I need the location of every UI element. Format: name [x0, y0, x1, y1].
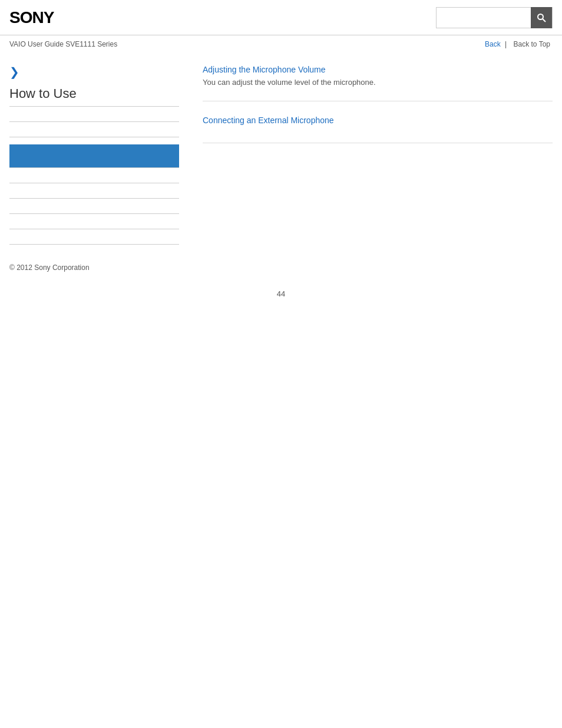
sub-header: VAIO User Guide SVE1111 Series Back | Ba… [0, 35, 562, 53]
content-area: Adjusting the Microphone Volume You can … [191, 53, 553, 252]
sidebar-title: How to Use [9, 86, 179, 107]
connecting-microphone-link[interactable]: Connecting an External Microphone [203, 116, 553, 125]
sidebar-item-4[interactable] [9, 190, 179, 199]
sidebar-item-7[interactable] [9, 236, 179, 245]
page-footer: © 2012 Sony Corporation [0, 252, 562, 278]
svg-line-1 [543, 19, 546, 22]
sidebar-highlight-item[interactable] [9, 144, 179, 168]
sidebar-item-2[interactable] [9, 129, 179, 137]
page-header: SONY [0, 0, 562, 35]
search-input[interactable] [437, 8, 531, 28]
adjusting-volume-link[interactable]: Adjusting the Microphone Volume [203, 65, 553, 74]
sidebar-item-3[interactable] [9, 175, 179, 183]
sony-logo: SONY [9, 8, 54, 27]
sidebar: ❯ How to Use [9, 53, 191, 252]
search-box[interactable] [436, 7, 553, 28]
adjusting-volume-description: You can adjust the volume level of the m… [203, 78, 553, 87]
sidebar-item-1[interactable] [9, 114, 179, 122]
section-connecting-microphone: Connecting an External Microphone [203, 116, 553, 143]
main-layout: ❯ How to Use Adjusting the Microphone Vo… [0, 53, 562, 252]
sidebar-arrow: ❯ [9, 65, 179, 79]
nav-links: Back | Back to Top [485, 40, 553, 48]
copyright-text: © 2012 Sony Corporation [9, 263, 90, 272]
search-icon [537, 13, 546, 22]
svg-point-0 [538, 14, 543, 19]
section-adjusting-volume: Adjusting the Microphone Volume You can … [203, 65, 553, 101]
sidebar-item-6[interactable] [9, 221, 179, 229]
separator: | [505, 40, 507, 48]
guide-title: VAIO User Guide SVE1111 Series [9, 40, 117, 48]
sidebar-item-5[interactable] [9, 206, 179, 214]
page-number: 44 [0, 278, 562, 310]
search-button[interactable] [531, 7, 552, 28]
back-link[interactable]: Back [485, 40, 501, 48]
back-to-top-link[interactable]: Back to Top [511, 40, 553, 48]
